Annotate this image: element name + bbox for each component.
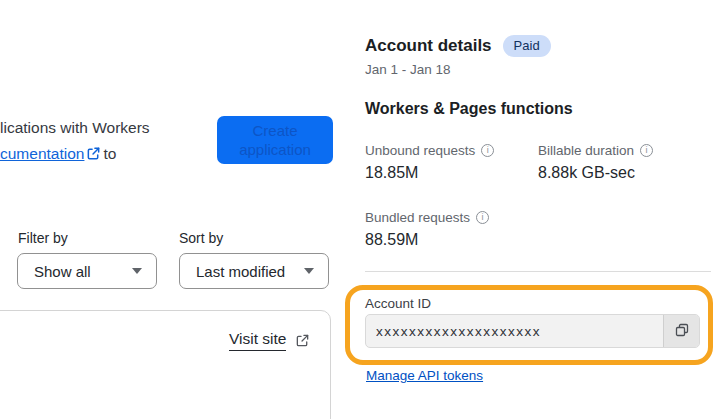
metric-label: Billable duration <box>538 143 634 158</box>
account-id-input[interactable] <box>366 315 663 347</box>
metric-unbound-requests: Unbound requestsi 18.85M <box>365 143 535 182</box>
copy-icon <box>674 322 690 341</box>
workers-pages-functions-title: Workers & Pages functions <box>365 100 573 118</box>
site-card <box>0 310 331 419</box>
sort-by-label: Sort by <box>179 230 223 246</box>
intro-line-2: cumentationto <box>0 141 150 167</box>
visit-site-link[interactable]: Visit site <box>229 330 312 351</box>
external-link-icon <box>295 333 310 348</box>
intro-text: lications with Workers cumentationto <box>0 115 150 167</box>
paid-badge: Paid <box>503 35 551 57</box>
info-icon[interactable]: i <box>481 144 494 157</box>
metric-value: 8.88k GB-sec <box>538 164 708 182</box>
account-id-label: Account ID <box>365 296 431 311</box>
create-application-button[interactable]: Create application <box>217 116 333 164</box>
metric-label: Unbound requests <box>365 143 475 158</box>
date-range: Jan 1 - Jan 18 <box>365 62 451 77</box>
metric-label: Bundled requests <box>365 210 470 225</box>
intro-line-1: lications with Workers <box>0 115 150 141</box>
documentation-link[interactable]: cumentation <box>0 145 84 162</box>
chevron-down-icon <box>304 268 314 274</box>
metric-value: 18.85M <box>365 164 535 182</box>
metric-bundled-requests: Bundled requestsi 88.59M <box>365 210 535 249</box>
filter-by-label: Filter by <box>18 230 68 246</box>
filter-dropdown[interactable]: Show all <box>17 253 157 289</box>
sort-dropdown-value: Last modified <box>196 263 296 280</box>
copy-button[interactable] <box>663 315 699 347</box>
sort-dropdown[interactable]: Last modified <box>179 253 329 289</box>
account-id-field-row <box>365 314 700 348</box>
info-icon[interactable]: i <box>640 144 653 157</box>
metric-billable-duration: Billable durationi 8.88k GB-sec <box>538 143 708 182</box>
visit-site-label: Visit site <box>229 330 286 351</box>
account-details-title: Account details <box>365 36 492 56</box>
external-link-icon <box>86 146 101 161</box>
info-icon[interactable]: i <box>476 211 489 224</box>
manage-api-tokens-link[interactable]: Manage API tokens <box>366 368 483 383</box>
intro-suffix: to <box>103 145 116 162</box>
chevron-down-icon <box>132 268 142 274</box>
filter-dropdown-value: Show all <box>34 263 124 280</box>
metric-value: 88.59M <box>365 231 535 249</box>
divider <box>365 271 711 272</box>
workers-pages-dashboard: lications with Workers cumentationto Cre… <box>0 0 718 419</box>
